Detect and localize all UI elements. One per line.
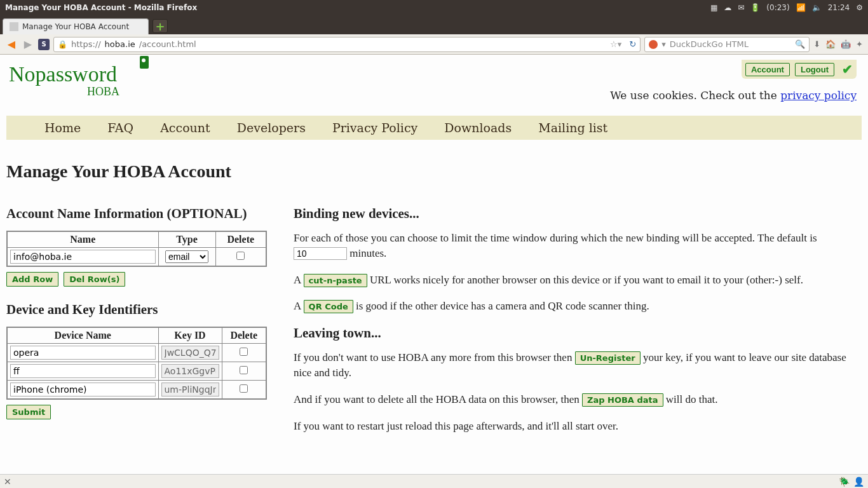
device-name-input[interactable] xyxy=(10,346,156,360)
leaving-heading: Leaving town... xyxy=(294,325,862,341)
logo-text-2: HOBA xyxy=(9,85,150,98)
type-select[interactable]: email xyxy=(165,250,208,263)
clock: 21:24 xyxy=(828,3,850,12)
firebug-icon[interactable]: 🪲 xyxy=(839,477,850,487)
binding-p2: A cut-n-paste URL works nicely for anoth… xyxy=(294,273,862,288)
key-id-field xyxy=(161,346,219,360)
check-icon: ✔ xyxy=(842,62,853,77)
del-rows-button[interactable]: Del Row(s) xyxy=(64,272,125,287)
nav-privacy[interactable]: Privacy Policy xyxy=(332,121,417,135)
status-addon-icon[interactable]: 👤 xyxy=(853,477,864,487)
leaving-p1: If you don't want to use HOBA any more f… xyxy=(294,350,862,381)
browser-statusbar: ✕ 🪲 👤 xyxy=(0,474,868,488)
logout-button[interactable]: Logout xyxy=(795,63,834,76)
nav-home[interactable]: Home xyxy=(44,121,81,135)
search-engine-dropdown-icon[interactable]: ▾ xyxy=(661,39,666,49)
system-tray: ▦ ☁ ✉ 🔋 (0:23) 📶 🔈 21:24 ⚙ xyxy=(710,3,863,12)
main-nav: Home FAQ Account Developers Privacy Poli… xyxy=(6,116,862,140)
table-row xyxy=(7,381,266,400)
qr-code-button[interactable]: QR Code xyxy=(304,300,353,313)
minutes-input[interactable] xyxy=(294,247,347,260)
account-name-table: Name Type Delete email xyxy=(6,231,267,267)
reload-icon[interactable]: ↻ xyxy=(629,39,636,49)
col-keyid: Key ID xyxy=(158,327,222,344)
forward-button[interactable]: ▶ xyxy=(22,38,34,51)
col-delete: Delete xyxy=(215,231,266,248)
un-register-button[interactable]: Un-Register xyxy=(575,351,641,365)
account-button[interactable]: Account xyxy=(745,63,790,76)
device-name-input[interactable] xyxy=(10,364,156,378)
col-type: Type xyxy=(158,231,215,248)
nav-mailing[interactable]: Mailing list xyxy=(538,121,607,135)
privacy-policy-link[interactable]: privacy policy xyxy=(780,89,857,102)
search-placeholder: DuckDuckGo HTML xyxy=(670,39,749,49)
battery-time: (0:23) xyxy=(766,3,789,12)
mail-icon[interactable]: ✉ xyxy=(738,3,744,12)
browser-tab-active[interactable]: Manage Your HOBA Account xyxy=(3,18,149,34)
url-path: /account.html xyxy=(139,39,196,49)
url-host: hoba.ie xyxy=(105,39,135,49)
cookie-notice: We use cookies. Check out the privacy po… xyxy=(610,89,857,102)
logo-text-1: Nopassword xyxy=(9,62,117,86)
tab-title: Manage Your HOBA Account xyxy=(22,22,129,31)
addon-icon[interactable]: ✦ xyxy=(856,39,863,49)
gear-icon[interactable]: ⚙ xyxy=(856,3,863,12)
nav-downloads[interactable]: Downloads xyxy=(444,121,512,135)
bookmark-star-icon[interactable]: ☆▾ xyxy=(610,39,621,49)
delete-checkbox[interactable] xyxy=(236,252,245,260)
volume-icon[interactable]: 🔈 xyxy=(812,3,822,12)
browser-toolbar: ◀ ▶ S 🔒 https://hoba.ie/account.html ☆▾ … xyxy=(0,34,868,55)
sync-icon[interactable]: S xyxy=(38,39,50,50)
key-id-field xyxy=(161,383,219,396)
account-info-heading: Account Name Information (OPTIONAL) xyxy=(6,206,273,222)
browser-tabstrip: Manage Your HOBA Account + xyxy=(0,15,868,34)
table-row xyxy=(7,362,266,381)
nav-developers[interactable]: Developers xyxy=(237,121,306,135)
table-row xyxy=(7,344,266,362)
favicon xyxy=(10,22,18,31)
back-button[interactable]: ◀ xyxy=(5,38,18,51)
wifi-icon[interactable]: 📶 xyxy=(796,3,806,12)
close-icon[interactable]: ✕ xyxy=(4,477,11,487)
duckduckgo-icon xyxy=(649,40,658,49)
leaving-p2: And if you want to delete all the HOBA d… xyxy=(294,392,862,407)
url-bar[interactable]: 🔒 https://hoba.ie/account.html ☆▾ ↻ xyxy=(53,37,641,52)
page-viewport[interactable]: Nopassword HOBA Account Logout ✔ We use … xyxy=(0,55,868,488)
battery-icon[interactable]: 🔋 xyxy=(750,3,760,12)
binding-p1: For each of those you can choose to limi… xyxy=(294,231,862,261)
col-devname: Device Name xyxy=(7,327,158,344)
zap-hoba-button[interactable]: Zap HOBA data xyxy=(582,393,663,407)
page-title: Manage Your HOBA Account xyxy=(6,161,862,182)
add-row-button[interactable]: Add Row xyxy=(6,272,58,287)
window-title: Manage Your HOBA Account - Mozilla Firef… xyxy=(5,3,710,12)
lock-icon: 🔒 xyxy=(58,40,67,49)
leaving-p3: If you want to restart just reload this … xyxy=(294,419,862,434)
new-tab-button[interactable]: + xyxy=(153,19,168,33)
site-logo[interactable]: Nopassword HOBA xyxy=(6,57,153,101)
delete-checkbox[interactable] xyxy=(240,366,248,374)
nav-account[interactable]: Account xyxy=(160,121,210,135)
submit-button[interactable]: Submit xyxy=(6,405,51,419)
delete-checkbox[interactable] xyxy=(240,384,248,393)
addon-robot-icon[interactable]: 🤖 xyxy=(841,39,851,49)
device-key-heading: Device and Key Identifiers xyxy=(6,302,273,318)
download-icon[interactable]: ⬇ xyxy=(813,39,820,49)
binding-heading: Binding new devices... xyxy=(294,206,862,222)
nav-faq[interactable]: FAQ xyxy=(107,121,133,135)
os-menubar: Manage Your HOBA Account - Mozilla Firef… xyxy=(0,0,868,15)
apps-icon[interactable]: ▦ xyxy=(710,3,717,12)
key-id-field xyxy=(161,364,219,378)
device-key-table: Device Name Key ID Delete xyxy=(6,327,267,400)
device-name-input[interactable] xyxy=(10,383,156,396)
col-name: Name xyxy=(7,231,158,248)
table-row: email xyxy=(7,248,266,267)
home-icon[interactable]: 🏠 xyxy=(825,39,836,49)
delete-checkbox[interactable] xyxy=(240,348,248,356)
col-delete2: Delete xyxy=(222,327,266,344)
search-bar[interactable]: ▾ DuckDuckGo HTML 🔍 xyxy=(644,37,810,52)
cut-n-paste-button[interactable]: cut-n-paste xyxy=(304,274,367,287)
name-input[interactable] xyxy=(10,250,156,264)
key-icon xyxy=(140,56,149,69)
search-go-icon[interactable]: 🔍 xyxy=(795,39,805,49)
cloud-icon[interactable]: ☁ xyxy=(724,3,731,12)
